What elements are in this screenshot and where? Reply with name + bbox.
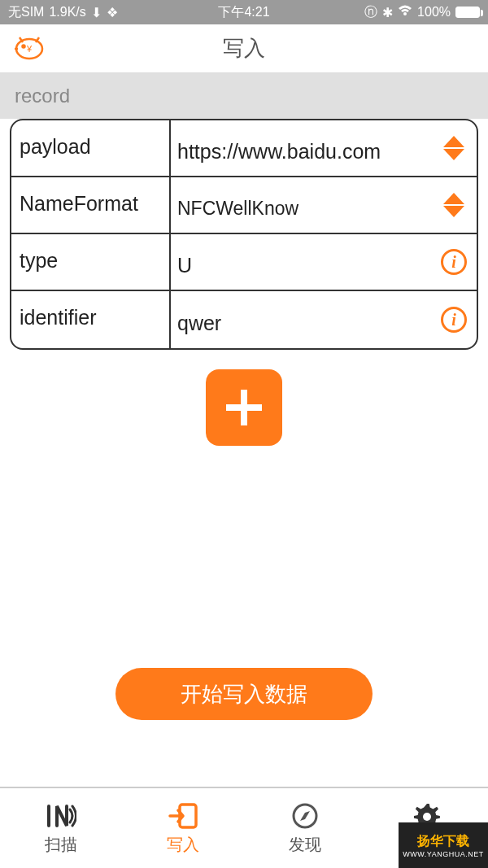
- page-title: 写入: [223, 34, 265, 63]
- status-left: 无SIM 1.9K/s ⬇ ❖: [8, 4, 118, 21]
- piggy-icon[interactable]: ¥: [11, 33, 47, 65]
- status-time: 下午4:21: [218, 4, 269, 21]
- label-type: type: [11, 234, 171, 290]
- status-sim: 无SIM: [8, 4, 44, 21]
- compass-icon: [291, 801, 319, 831]
- status-down-icon: ⬇: [91, 5, 102, 20]
- input-identifier[interactable]: [176, 297, 434, 343]
- watermark-url: WWW.YANGHUA.NET: [403, 850, 483, 858]
- tab-label: 扫描: [45, 834, 77, 856]
- add-button[interactable]: [206, 369, 282, 446]
- tab-discover[interactable]: 发现: [244, 788, 366, 868]
- input-nameformat[interactable]: [176, 183, 434, 228]
- tab-label: 发现: [289, 834, 321, 856]
- watermark: 扬华下载 WWW.YANGHUA.NET: [399, 822, 488, 868]
- plus-icon: [221, 385, 267, 430]
- input-payload[interactable]: [176, 125, 434, 172]
- svg-point-7: [423, 813, 431, 821]
- write-icon: [168, 801, 198, 831]
- label-payload: payload: [11, 120, 171, 176]
- row-identifier: identifier i: [11, 291, 477, 348]
- svg-point-1: [23, 45, 25, 47]
- svg-rect-4: [226, 404, 262, 411]
- nav-bar: ¥ 写入: [0, 24, 488, 73]
- wifi-icon: [398, 5, 412, 20]
- svg-text:¥: ¥: [26, 44, 33, 54]
- status-right: ⓝ ✱ 100%: [364, 4, 480, 21]
- battery-percent: 100%: [417, 5, 451, 20]
- tab-scan[interactable]: 扫描: [0, 788, 122, 868]
- record-card: payload NameFormat type i identifier: [10, 119, 478, 350]
- status-app-icon: ❖: [107, 5, 118, 20]
- sort-icon[interactable]: [441, 193, 467, 217]
- start-write-button[interactable]: 开始写入数据: [115, 668, 373, 720]
- section-header: record: [0, 73, 488, 119]
- sort-icon[interactable]: [441, 136, 467, 160]
- label-nameformat: NameFormat: [11, 177, 171, 233]
- info-icon[interactable]: i: [441, 249, 467, 275]
- row-type: type i: [11, 234, 477, 291]
- tab-label: 写入: [167, 834, 199, 856]
- bluetooth-icon: ✱: [382, 5, 393, 20]
- row-nameformat: NameFormat: [11, 177, 477, 234]
- input-type[interactable]: [176, 239, 434, 286]
- nfc-scan-icon: [46, 801, 76, 831]
- status-speed: 1.9K/s: [49, 5, 85, 20]
- tab-write[interactable]: 写入: [122, 788, 244, 868]
- watermark-title: 扬华下载: [417, 833, 469, 850]
- row-payload: payload: [11, 120, 477, 177]
- label-identifier: identifier: [11, 291, 171, 348]
- info-icon[interactable]: i: [441, 307, 467, 333]
- status-bar: 无SIM 1.9K/s ⬇ ❖ 下午4:21 ⓝ ✱ 100%: [0, 0, 488, 24]
- nfc-icon: ⓝ: [364, 4, 377, 21]
- battery-icon: [455, 7, 480, 18]
